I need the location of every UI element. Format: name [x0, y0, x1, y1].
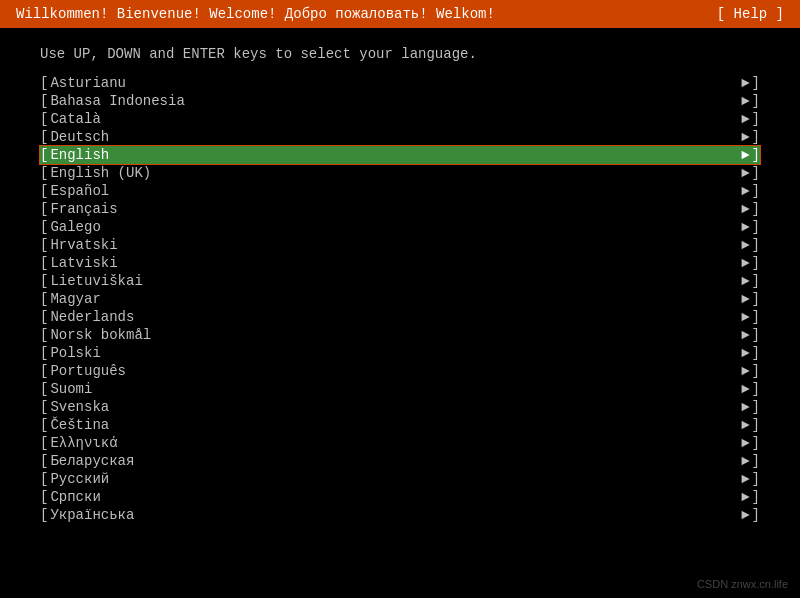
language-item[interactable]: [ Norsk bokmål► ] [40, 326, 760, 344]
language-item[interactable]: [ Latviski► ] [40, 254, 760, 272]
language-name: Suomi [50, 381, 721, 397]
language-item[interactable]: [ Bahasa Indonesia► ] [40, 92, 760, 110]
bracket-close: ] [752, 399, 760, 415]
language-item[interactable]: [ Українська► ] [40, 506, 760, 524]
bracket-open: [ [40, 273, 48, 289]
language-item[interactable]: [ Čeština► ] [40, 416, 760, 434]
language-item[interactable]: [ Galego► ] [40, 218, 760, 236]
arrow-icon: ► [741, 363, 749, 379]
arrow-icon: ► [741, 399, 749, 415]
bracket-close: ] [752, 111, 760, 127]
bracket-close: ] [752, 201, 760, 217]
bracket-close: ] [752, 507, 760, 523]
bracket-close: ] [752, 129, 760, 145]
bracket-open: [ [40, 345, 48, 361]
language-name: Svenska [50, 399, 721, 415]
bracket-close: ] [752, 327, 760, 343]
help-button[interactable]: [ Help ] [717, 6, 784, 22]
bracket-open: [ [40, 417, 48, 433]
language-item[interactable]: [ Français► ] [40, 200, 760, 218]
arrow-icon: ► [741, 129, 749, 145]
language-item[interactable]: [ Беларуская► ] [40, 452, 760, 470]
arrow-icon: ► [741, 237, 749, 253]
language-name: Português [50, 363, 721, 379]
bracket-close: ] [752, 183, 760, 199]
bracket-open: [ [40, 489, 48, 505]
language-item[interactable]: [ Magyar► ] [40, 290, 760, 308]
instruction-text: Use UP, DOWN and ENTER keys to select yo… [40, 46, 760, 62]
language-item[interactable]: [ Deutsch► ] [40, 128, 760, 146]
arrow-icon: ► [741, 327, 749, 343]
bracket-open: [ [40, 219, 48, 235]
arrow-icon: ► [741, 183, 749, 199]
language-name: Hrvatski [50, 237, 721, 253]
arrow-icon: ► [741, 93, 749, 109]
bracket-close: ] [752, 363, 760, 379]
language-list: [ Asturianu► ][ Bahasa Indonesia► ][ Cat… [40, 74, 760, 524]
bracket-close: ] [752, 489, 760, 505]
bracket-open: [ [40, 147, 48, 163]
language-name: Norsk bokmål [50, 327, 721, 343]
bracket-close: ] [752, 273, 760, 289]
bracket-open: [ [40, 111, 48, 127]
arrow-icon: ► [741, 471, 749, 487]
arrow-icon: ► [741, 75, 749, 91]
arrow-icon: ► [741, 381, 749, 397]
arrow-icon: ► [741, 453, 749, 469]
bracket-open: [ [40, 237, 48, 253]
bracket-close: ] [752, 435, 760, 451]
language-item[interactable]: [ Русский► ] [40, 470, 760, 488]
language-name: Latviski [50, 255, 721, 271]
language-name: Nederlands [50, 309, 721, 325]
bracket-open: [ [40, 399, 48, 415]
language-item[interactable]: [ Polski► ] [40, 344, 760, 362]
language-item[interactable]: [ Suomi► ] [40, 380, 760, 398]
language-item[interactable]: [ Svenska► ] [40, 398, 760, 416]
arrow-icon: ► [741, 309, 749, 325]
bracket-close: ] [752, 93, 760, 109]
bracket-close: ] [752, 165, 760, 181]
bracket-close: ] [752, 471, 760, 487]
language-item[interactable]: [ Español► ] [40, 182, 760, 200]
language-item[interactable]: [ Português► ] [40, 362, 760, 380]
bracket-open: [ [40, 381, 48, 397]
language-name: Русский [50, 471, 721, 487]
bracket-open: [ [40, 327, 48, 343]
language-item[interactable]: [ Nederlands► ] [40, 308, 760, 326]
language-item[interactable]: [ Català► ] [40, 110, 760, 128]
bracket-close: ] [752, 237, 760, 253]
bracket-close: ] [752, 345, 760, 361]
bracket-open: [ [40, 201, 48, 217]
language-item[interactable]: [ English► ] [40, 146, 760, 164]
language-item[interactable]: [ Српски► ] [40, 488, 760, 506]
language-name: Magyar [50, 291, 721, 307]
language-name: Español [50, 183, 721, 199]
bracket-open: [ [40, 93, 48, 109]
language-item[interactable]: [ Hrvatski► ] [40, 236, 760, 254]
arrow-icon: ► [741, 291, 749, 307]
bracket-open: [ [40, 363, 48, 379]
language-name: Polski [50, 345, 721, 361]
arrow-icon: ► [741, 111, 749, 127]
language-name: Српски [50, 489, 721, 505]
arrow-icon: ► [741, 273, 749, 289]
arrow-icon: ► [741, 147, 749, 163]
bracket-close: ] [752, 381, 760, 397]
bracket-open: [ [40, 75, 48, 91]
bracket-close: ] [752, 219, 760, 235]
language-item[interactable]: [ English (UK)► ] [40, 164, 760, 182]
language-item[interactable]: [ Lietuviškai► ] [40, 272, 760, 290]
bracket-close: ] [752, 75, 760, 91]
language-name: Čeština [50, 417, 721, 433]
arrow-icon: ► [741, 489, 749, 505]
language-name: Asturianu [50, 75, 721, 91]
language-name: English [50, 147, 721, 163]
bracket-open: [ [40, 183, 48, 199]
language-item[interactable]: [ Asturianu► ] [40, 74, 760, 92]
language-item[interactable]: [ Ελληνικά► ] [40, 434, 760, 452]
language-name: Galego [50, 219, 721, 235]
bracket-close: ] [752, 291, 760, 307]
arrow-icon: ► [741, 435, 749, 451]
bracket-open: [ [40, 309, 48, 325]
bracket-close: ] [752, 147, 760, 163]
